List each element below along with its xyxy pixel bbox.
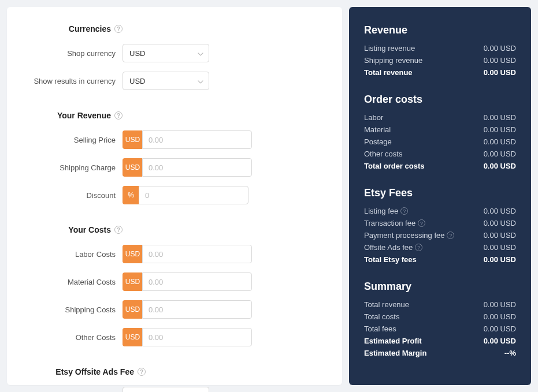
summary-total-costs-value: 0.00 USD (484, 312, 516, 321)
selling-price-input[interactable] (142, 130, 252, 149)
results-panel: Revenue Listing revenue 0.00 USD Shippin… (349, 7, 531, 385)
shipping-charge-prefix: USD (123, 158, 142, 177)
shop-currency-value: USD (129, 49, 145, 58)
help-icon[interactable]: ? (114, 25, 123, 33)
postage-value: 0.00 USD (484, 137, 516, 146)
discount-group: % (123, 186, 227, 204)
labor-costs-prefix: USD (123, 245, 142, 263)
payment-fee-value: 0.00 USD (484, 231, 516, 240)
summary-total-fees-label: Total fees (364, 324, 396, 333)
total-order-costs-value: 0.00 USD (484, 162, 516, 170)
total-etsy-fees-row: Total Etsy fees 0.00 USD (364, 253, 516, 266)
results-currency-value: USD (129, 77, 145, 85)
summary-margin-value: --% (504, 349, 516, 357)
selling-price-label: Selling Price (24, 136, 123, 144)
shipping-costs-label: Shipping Costs (24, 305, 123, 314)
transaction-fee-row: Transaction fee ? 0.00 USD (364, 217, 516, 229)
results-currency-select[interactable]: USD (123, 72, 209, 90)
listing-revenue-value: 0.00 USD (484, 44, 516, 53)
summary-total-revenue-label: Total revenue (364, 300, 409, 309)
help-icon[interactable]: ? (400, 207, 408, 215)
shipping-costs-prefix: USD (123, 300, 142, 319)
results-order-costs-section: Order costs Labor 0.00 USD Material 0.00… (364, 94, 516, 172)
app-container: Currencies ? Shop currency USD Show resu… (7, 7, 531, 385)
other-costs-row: Other Costs USD (24, 328, 319, 346)
discount-row: Discount % (24, 186, 319, 204)
offsite-fee-label: Offsite Ads fee ? (364, 243, 422, 252)
revenue-section-title: Your Revenue ? (24, 111, 123, 120)
labor-costs-group: USD (123, 245, 227, 263)
results-revenue-section: Revenue Listing revenue 0.00 USD Shippin… (364, 24, 516, 79)
selling-price-row: Selling Price USD (24, 130, 319, 149)
material-costs-input[interactable] (142, 272, 252, 291)
offsite-fee-value: 0.00 USD (484, 243, 516, 252)
material-costs-row: Material Costs USD (24, 272, 319, 291)
labor-costs-input[interactable] (142, 245, 252, 263)
help-icon[interactable]: ? (114, 226, 123, 234)
listing-revenue-row: Listing revenue 0.00 USD (364, 42, 516, 54)
shop-currency-label: Shop currency (24, 49, 123, 58)
shipping-revenue-label: Shipping revenue (364, 56, 422, 65)
offsite-title-text: Etsy Offsite Ads Fee (55, 367, 134, 376)
total-revenue-row: Total revenue 0.00 USD (364, 66, 516, 79)
listing-fee-row: Listing fee ? 0.00 USD (364, 205, 516, 217)
postage-row: Postage 0.00 USD (364, 136, 516, 148)
material-label: Material (364, 125, 391, 134)
help-icon[interactable]: ? (415, 244, 422, 251)
shop-currency-select[interactable]: USD (123, 44, 209, 62)
shipping-charge-input[interactable] (142, 158, 252, 177)
total-etsy-fees-value: 0.00 USD (484, 255, 516, 264)
discount-label: Discount (24, 191, 123, 200)
results-currency-label: Show results in currency (24, 77, 123, 85)
results-currency-row: Show results in currency USD (24, 72, 319, 90)
transaction-fee-label: Transaction fee ? (364, 219, 425, 227)
listing-revenue-label: Listing revenue (364, 44, 415, 53)
results-summary-title: Summary (364, 281, 516, 293)
labor-label: Labor (364, 113, 383, 122)
labor-costs-label: Labor Costs (24, 250, 123, 259)
currencies-section-title: Currencies ? (24, 24, 123, 33)
listing-fee-label-text: Listing fee (364, 207, 398, 215)
shipping-costs-row: Shipping Costs USD (24, 300, 319, 319)
shipping-charge-row: Shipping Charge USD (24, 158, 319, 177)
shipping-charge-group: USD (123, 158, 227, 177)
offsite-fee-label-text: Offsite Ads fee (364, 243, 413, 252)
transaction-fee-value: 0.00 USD (484, 219, 516, 227)
discount-prefix: % (123, 186, 139, 204)
costs-title-text: Your Costs (68, 225, 111, 234)
help-icon[interactable]: ? (114, 111, 123, 120)
results-summary-section: Summary Total revenue 0.00 USD Total cos… (364, 281, 516, 359)
results-revenue-title: Revenue (364, 24, 516, 36)
fee-percentage-select[interactable]: 0% (123, 387, 209, 392)
transaction-fee-label-text: Transaction fee (364, 219, 415, 227)
currencies-title-text: Currencies (69, 24, 111, 33)
material-value: 0.00 USD (484, 125, 516, 134)
offsite-section-title: Etsy Offsite Ads Fee ? (24, 367, 146, 376)
selling-price-prefix: USD (123, 130, 142, 149)
total-order-costs-label: Total order costs (364, 162, 425, 170)
discount-input[interactable] (139, 186, 248, 204)
summary-total-fees-value: 0.00 USD (484, 324, 516, 333)
help-icon[interactable]: ? (138, 368, 146, 376)
shop-currency-select-wrap: USD (123, 44, 209, 62)
listing-fee-label: Listing fee ? (364, 207, 408, 215)
help-icon[interactable]: ? (447, 232, 454, 239)
total-revenue-label: Total revenue (364, 68, 413, 77)
results-etsy-fees-title: Etsy Fees (364, 187, 516, 199)
material-row: Material 0.00 USD (364, 124, 516, 136)
shipping-costs-input[interactable] (142, 300, 252, 319)
total-order-costs-row: Total order costs 0.00 USD (364, 160, 516, 172)
material-costs-group: USD (123, 272, 227, 291)
other-costs-group: USD (123, 328, 227, 346)
summary-total-revenue-value: 0.00 USD (484, 300, 516, 309)
help-icon[interactable]: ? (418, 219, 425, 227)
revenue-title-text: Your Revenue (57, 111, 111, 120)
summary-profit-label: Estimated Profit (364, 337, 422, 345)
results-etsy-fees-section: Etsy Fees Listing fee ? 0.00 USD Transac… (364, 187, 516, 266)
other-costs-result-value: 0.00 USD (484, 150, 516, 158)
other-costs-result-row: Other costs 0.00 USD (364, 148, 516, 160)
total-revenue-value: 0.00 USD (484, 68, 516, 77)
other-costs-input[interactable] (142, 328, 252, 346)
summary-margin-row: Estimated Margin --% (364, 347, 516, 359)
selling-price-group: USD (123, 130, 227, 149)
